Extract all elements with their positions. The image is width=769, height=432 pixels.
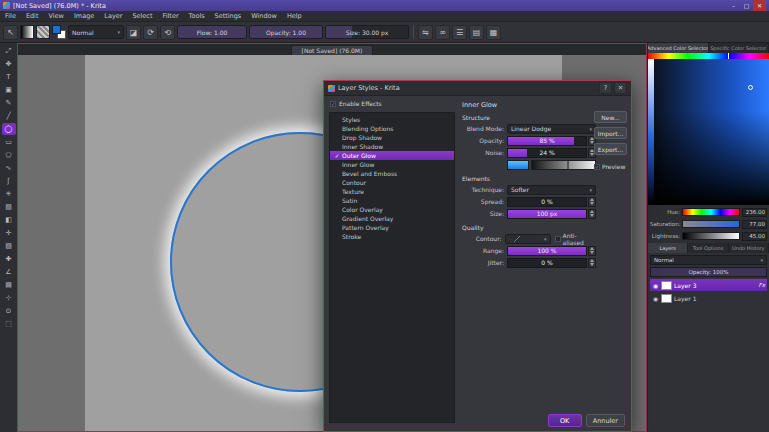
size-spinner[interactable] [588, 209, 596, 219]
tool-button[interactable]: ╱ [2, 110, 16, 122]
menu-item[interactable]: Select [127, 11, 157, 21]
tool-button[interactable]: ʃ [2, 175, 16, 187]
tool-button[interactable]: ✥ [2, 58, 16, 70]
preview-row[interactable]: ✓ Preview [594, 163, 627, 170]
layer-style-item[interactable]: ✓ Outer Glow [330, 151, 454, 160]
hsl-value[interactable]: 45.00 [742, 232, 767, 241]
menu-item[interactable]: Filter [157, 11, 183, 21]
blend-mode-combo[interactable]: Linear Dodge ▾ [507, 124, 596, 134]
tool-button[interactable]: ⊙ [2, 305, 16, 317]
toolbar-icon[interactable]: ⇋ [418, 25, 433, 40]
opacity-slider[interactable]: 85 % [507, 136, 587, 146]
menu-item[interactable]: Settings [210, 11, 247, 21]
tool-button[interactable]: ▭ [2, 136, 16, 148]
toolbar-icon[interactable]: ▤ [469, 25, 484, 40]
menu-item[interactable]: File [0, 11, 21, 21]
side-button[interactable]: Import... [594, 127, 627, 139]
reset-values-icon[interactable]: ⟲ [160, 25, 175, 40]
layer-style-item[interactable]: ✓ Contour [330, 178, 454, 187]
layer-blending-dropdown[interactable]: Normal ▾ [650, 255, 767, 265]
size-slider[interactable]: 100 px [507, 209, 587, 219]
tool-button[interactable]: ⬠ [2, 149, 16, 161]
toolbar-icon[interactable]: ∞ [435, 25, 450, 40]
tool-button[interactable]: ◯ [2, 123, 16, 135]
tool-button[interactable]: ∿ [2, 162, 16, 174]
eraser-mode-icon[interactable]: ◪ [126, 25, 141, 40]
reload-preset-icon[interactable]: ⟳ [143, 25, 158, 40]
layer-style-item[interactable]: ✓ Inner Shadow [330, 142, 454, 151]
flow-slider[interactable]: Flow: 1.00 [177, 25, 247, 39]
tool-button[interactable]: ▣ [2, 84, 16, 96]
contour-combo[interactable]: ▾ [505, 234, 551, 244]
menu-item[interactable]: Image [69, 11, 99, 21]
layer-style-item[interactable]: ✓ Styles [330, 115, 454, 124]
tool-button[interactable]: ▨ [2, 240, 16, 252]
jitter-spinner[interactable] [588, 258, 596, 268]
preview-checkbox[interactable]: ✓ [594, 164, 600, 170]
antialiased-checkbox[interactable] [555, 236, 561, 242]
tool-button[interactable]: ⤢ [2, 45, 16, 57]
layer-style-item[interactable]: ✓ Gradient Overlay [330, 214, 454, 223]
layer-style-item[interactable]: ✓ Color Overlay [330, 205, 454, 214]
visibility-eye-icon[interactable]: ◉ [652, 295, 659, 302]
dialog-titlebar[interactable]: Layer Styles - Krita ? ✕ [324, 81, 631, 96]
spread-spinner[interactable] [588, 197, 596, 207]
foreground-background-colors[interactable] [52, 25, 66, 39]
enable-effects-checkbox[interactable]: ✓ [330, 101, 336, 107]
noise-slider[interactable]: 24 % [507, 148, 587, 158]
hsl-value[interactable]: 77.00 [742, 220, 767, 229]
tool-button[interactable]: ∠ [2, 266, 16, 278]
dialog-close-button[interactable]: ✕ [614, 82, 627, 94]
layer-opacity-slider[interactable]: Opacity: 100% [650, 267, 767, 277]
tool-button[interactable]: T [2, 71, 16, 83]
layer-style-item[interactable]: ✓ Texture [330, 187, 454, 196]
tool-button[interactable]: ✎ [2, 97, 16, 109]
blending-mode-dropdown[interactable]: Normal ▾ [68, 25, 124, 39]
tool-button[interactable]: ⊹ [2, 292, 16, 304]
tool-button[interactable]: ◧ [2, 214, 16, 226]
cancel-button[interactable]: Annuler [586, 414, 625, 427]
tool-button[interactable]: ▤ [2, 279, 16, 291]
tool-button[interactable]: ✚ [2, 253, 16, 265]
toolbar-icon[interactable]: ☰ [452, 25, 467, 40]
choose-tool-icon[interactable]: ↖ [3, 25, 18, 40]
layer-row[interactable]: ◉ Layer 1 [650, 292, 767, 304]
menu-item[interactable]: View [43, 11, 68, 21]
enable-effects-row[interactable]: ✓ Enable Effects [330, 100, 382, 107]
hsl-slider-track[interactable] [682, 220, 740, 228]
spread-slider[interactable]: 0 % [507, 197, 587, 207]
menu-item[interactable]: Edit [21, 11, 44, 21]
side-button[interactable]: Export... [594, 143, 627, 155]
docker-panel-tab[interactable]: Undo History [729, 243, 769, 253]
layer-style-item[interactable]: ✓ Bevel and Emboss [330, 169, 454, 178]
jitter-slider[interactable]: 0 % [507, 258, 587, 268]
glow-gradient-bar[interactable] [531, 160, 596, 170]
saturation-value-square[interactable] [654, 59, 769, 205]
range-slider[interactable]: 100 % [507, 246, 587, 256]
layer-row[interactable]: ◉ Layer 3 Fx [650, 279, 767, 291]
layer-style-item[interactable]: ✓ Inner Glow [330, 160, 454, 169]
menu-item[interactable]: Tools [184, 11, 210, 21]
layer-style-item[interactable]: ✓ Blending Options [330, 124, 454, 133]
color-selector-tab[interactable]: Advanced Color Selector [648, 43, 709, 53]
minimize-button[interactable]: – [727, 0, 740, 11]
advanced-color-selector[interactable] [648, 53, 769, 205]
layer-style-item[interactable]: ✓ Satin [330, 196, 454, 205]
docker-panel-tab[interactable]: Tool Options [688, 243, 728, 253]
tool-button[interactable]: ⬚ [2, 318, 16, 330]
range-spinner[interactable] [588, 246, 596, 256]
menu-item[interactable]: Layer [99, 11, 127, 21]
hsl-slider-track[interactable] [682, 208, 740, 216]
visibility-eye-icon[interactable]: ◉ [652, 282, 659, 289]
hsl-value[interactable]: 236.00 [742, 208, 767, 217]
ok-button[interactable]: OK [548, 414, 582, 427]
menu-item[interactable]: Window [246, 11, 282, 21]
menu-item[interactable]: Help [282, 11, 307, 21]
dialog-help-button[interactable]: ? [599, 82, 612, 94]
opacity-slider[interactable]: Opacity: 1.00 [249, 25, 323, 39]
side-button[interactable]: New... [594, 111, 627, 123]
size-slider[interactable]: Size: 30.00 px [325, 25, 409, 39]
pattern-chooser[interactable] [36, 25, 50, 39]
foreground-color-swatch[interactable] [52, 25, 61, 34]
tool-button[interactable]: ✛ [2, 227, 16, 239]
